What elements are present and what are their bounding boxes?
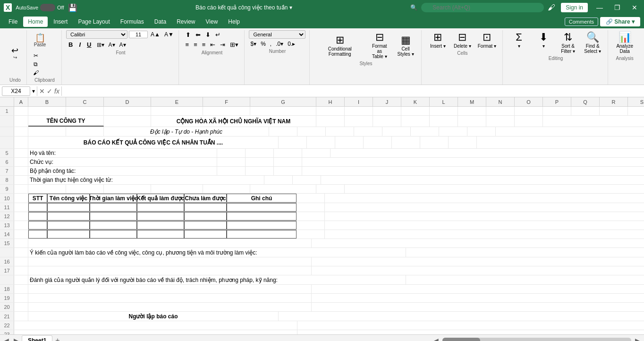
paste-button[interactable]: 📋 Paste (32, 30, 49, 51)
undo-button[interactable]: ↩ ↪ (8, 43, 23, 64)
position-label[interactable]: Chức vụ: (28, 158, 217, 166)
align-middle-button[interactable]: ⬅ (194, 30, 203, 39)
align-right-button[interactable]: ≡ (200, 40, 208, 49)
comma-button[interactable]: , (269, 40, 273, 48)
underline-button[interactable]: U (85, 40, 93, 49)
grid-scroll[interactable]: 1 (0, 107, 644, 334)
col-header-p[interactable]: P (543, 97, 571, 106)
search-input[interactable] (421, 3, 544, 12)
menu-home[interactable]: Home (23, 17, 48, 27)
sheet-tab-sheet1[interactable]: Sheet1 (22, 335, 52, 341)
horizontal-scrollbar[interactable] (442, 338, 631, 341)
border-button[interactable]: ⊞▾ (95, 41, 106, 49)
menu-data[interactable]: Data (150, 17, 171, 27)
tg-lam-header[interactable]: Thời gian làm việc (90, 194, 137, 203)
cell-styles-button[interactable]: ▦ CellStyles ▾ (394, 33, 417, 58)
dec-inc-button[interactable]: .0▾ (274, 40, 285, 48)
decrease-font-button[interactable]: A▼ (163, 31, 175, 38)
time-period-label[interactable]: Thời gian thực hiện công việc từ: (28, 176, 264, 184)
conditional-formatting-button[interactable]: ⊞ Conditional Formatting (314, 33, 365, 58)
sign-in-button[interactable]: Sign in (561, 3, 588, 12)
sort-filter-button[interactable]: ⇅ Sort &Filter ▾ (556, 30, 580, 55)
scrollbar-thumb[interactable] (442, 338, 480, 341)
ten-cv-header[interactable]: Tên công việc (47, 194, 90, 203)
cut-button[interactable]: ✂ (32, 52, 40, 60)
cancel-formula-icon[interactable]: ✕ (39, 87, 45, 95)
menu-file[interactable]: File (4, 17, 22, 27)
col-header-g[interactable]: G (250, 97, 316, 106)
menu-insert[interactable]: Insert (49, 17, 72, 27)
col-header-o[interactable]: O (515, 97, 543, 106)
minimize-button[interactable]: — (593, 4, 606, 11)
menu-help[interactable]: Help (223, 17, 245, 27)
merge-center-button[interactable]: ⊞▾ (228, 40, 240, 49)
cell-reference-input[interactable] (2, 86, 30, 96)
align-left-button[interactable]: ≡ (184, 40, 191, 49)
comments-button[interactable]: Comments (565, 17, 598, 26)
confirm-formula-icon[interactable]: ✓ (47, 87, 52, 95)
fill-color-button[interactable]: A▾ (107, 41, 117, 49)
feedback-label-cell[interactable]: Ý kiến của người làm báo cáo về công việ… (28, 248, 406, 257)
menu-view[interactable]: View (201, 17, 223, 27)
increase-font-button[interactable]: A▲ (149, 31, 161, 38)
wrap-text-button[interactable]: ↵ (213, 30, 222, 39)
menu-page-layout[interactable]: Page Layout (73, 17, 114, 27)
col-header-d[interactable]: D (104, 97, 151, 106)
col-header-e[interactable]: E (151, 97, 203, 106)
format-as-table-button[interactable]: ⊟ Format asTable ▾ (367, 30, 392, 60)
align-top-button[interactable]: ⬆ (184, 30, 193, 39)
close-button[interactable]: ✕ (629, 4, 640, 11)
add-sheet-button[interactable]: + (53, 336, 61, 341)
brush-icon[interactable]: 🖌 (548, 3, 555, 12)
insert-cells-button[interactable]: ⊞ Insert ▾ (426, 30, 449, 50)
currency-button[interactable]: $▾ (249, 40, 258, 48)
number-format-select[interactable]: General (249, 30, 305, 39)
font-size-input[interactable] (129, 31, 148, 38)
kq-lam-header[interactable]: Kết quả làm được (137, 194, 184, 203)
col-header-k[interactable]: K (401, 97, 430, 106)
col-header-s[interactable]: S (628, 97, 644, 106)
col-header-n[interactable]: N (486, 97, 515, 106)
col-header-j[interactable]: J (373, 97, 401, 106)
italic-button[interactable]: I (76, 40, 83, 49)
cell-ref-dropdown[interactable]: ▾ (32, 88, 35, 94)
full-name-label[interactable]: Họ và tên: (28, 149, 217, 157)
percent-button[interactable]: % (259, 40, 267, 48)
bold-button[interactable]: B (66, 40, 75, 49)
company-name-cell[interactable]: TÊN CÔNG TY (28, 116, 104, 127)
indent-dec-button[interactable]: ⇤ (208, 40, 217, 49)
share-button[interactable]: 🔗 Share ▾ (600, 17, 640, 26)
col-header-r[interactable]: R (600, 97, 628, 106)
report-title-cell[interactable]: BÁO CÁO KẾT QUẢ CÔNG VIỆC CÁ NHÂN TUẦN .… (28, 136, 279, 148)
font-family-select[interactable]: Calibri (66, 30, 127, 39)
stt-header[interactable]: STT (28, 194, 47, 203)
autosave-toggle[interactable] (40, 4, 55, 11)
col-header-q[interactable]: Q (571, 97, 600, 106)
col-header-f[interactable]: F (203, 97, 250, 106)
chua-lam-header[interactable]: Chưa làm được (184, 194, 227, 203)
insert-function-icon[interactable]: fx (54, 87, 59, 95)
republic-line2-cell[interactable]: Độc lập - Tự do - Hạnh phúc (104, 127, 269, 136)
col-header-i[interactable]: I (345, 97, 373, 106)
sum-button[interactable]: Σ ▾ (507, 30, 531, 55)
menu-review[interactable]: Review (172, 17, 200, 27)
scroll-right-button[interactable]: ▶ (633, 337, 642, 341)
dec-dec-button[interactable]: 0.▸ (286, 40, 297, 48)
align-center-button[interactable]: ≡ (192, 40, 199, 49)
col-header-b[interactable]: B (28, 97, 66, 106)
menu-formulas[interactable]: Formulas (116, 17, 149, 27)
font-color-button[interactable]: A▾ (118, 41, 127, 49)
col-header-c[interactable]: C (66, 97, 104, 106)
prev-sheet-button[interactable]: ◀ (2, 337, 11, 341)
format-cells-button[interactable]: ⊡ Format ▾ (475, 30, 499, 50)
formula-input[interactable] (64, 87, 642, 95)
col-header-m[interactable]: M (458, 97, 486, 106)
save-icon[interactable]: 💾 (68, 3, 77, 12)
col-header-a[interactable]: A (14, 97, 28, 106)
analyze-data-button[interactable]: 📊 AnalyzeData (613, 30, 636, 55)
copy-button[interactable]: ⧉ (32, 60, 40, 68)
fill-button[interactable]: ⬇ ▾ (532, 30, 555, 55)
ghi-chu-header[interactable]: Ghi chú (227, 194, 297, 203)
align-bottom-button[interactable]: ⬇ (203, 30, 212, 39)
creator-label-cell[interactable]: Người lập báo cáo (28, 312, 279, 321)
